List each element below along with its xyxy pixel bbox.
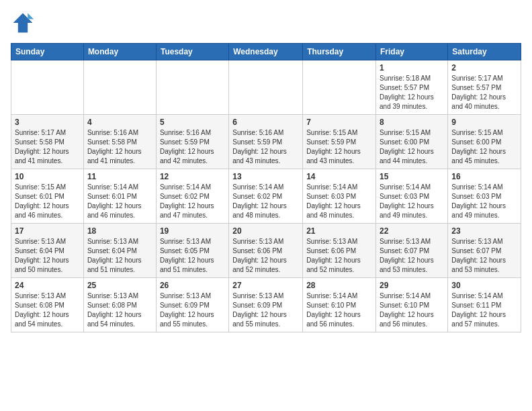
day-info: Sunrise: 5:14 AM Sunset: 6:10 PM Dayligh… xyxy=(306,291,372,329)
calendar-cell: 28Sunrise: 5:14 AM Sunset: 6:10 PM Dayli… xyxy=(303,278,376,332)
day-number: 16 xyxy=(451,172,517,181)
page: SundayMondayTuesdayWednesdayThursdayFrid… xyxy=(0,0,532,343)
calendar-cell: 1Sunrise: 5:18 AM Sunset: 5:57 PM Daylig… xyxy=(376,60,448,115)
day-number: 30 xyxy=(451,281,517,290)
weekday-header-cell: Tuesday xyxy=(156,44,228,60)
day-number: 7 xyxy=(306,118,372,127)
calendar-cell: 25Sunrise: 5:13 AM Sunset: 6:08 PM Dayli… xyxy=(83,278,156,332)
calendar-cell: 20Sunrise: 5:13 AM Sunset: 6:06 PM Dayli… xyxy=(229,224,303,278)
calendar-cell: 21Sunrise: 5:13 AM Sunset: 6:06 PM Dayli… xyxy=(303,224,376,278)
day-info: Sunrise: 5:17 AM Sunset: 5:57 PM Dayligh… xyxy=(451,74,517,111)
day-number: 1 xyxy=(380,63,444,73)
calendar-cell xyxy=(156,60,228,115)
logo-icon xyxy=(11,11,35,35)
day-info: Sunrise: 5:14 AM Sunset: 6:02 PM Dayligh… xyxy=(232,183,299,220)
day-info: Sunrise: 5:15 AM Sunset: 6:00 PM Dayligh… xyxy=(451,128,517,166)
weekday-header-cell: Monday xyxy=(83,44,156,60)
day-number: 12 xyxy=(160,172,225,181)
day-info: Sunrise: 5:17 AM Sunset: 5:58 PM Dayligh… xyxy=(15,128,80,166)
calendar-cell: 30Sunrise: 5:14 AM Sunset: 6:11 PM Dayli… xyxy=(448,278,521,332)
day-info: Sunrise: 5:16 AM Sunset: 5:59 PM Dayligh… xyxy=(160,128,225,166)
calendar-body: 1Sunrise: 5:18 AM Sunset: 5:57 PM Daylig… xyxy=(11,60,521,332)
weekday-header-cell: Sunday xyxy=(11,44,84,60)
calendar-cell: 14Sunrise: 5:14 AM Sunset: 6:03 PM Dayli… xyxy=(303,169,376,224)
calendar-cell: 2Sunrise: 5:17 AM Sunset: 5:57 PM Daylig… xyxy=(448,60,521,115)
weekday-header-row: SundayMondayTuesdayWednesdayThursdayFrid… xyxy=(11,44,521,60)
day-number: 14 xyxy=(306,172,372,181)
day-number: 22 xyxy=(380,226,444,236)
calendar-cell: 23Sunrise: 5:13 AM Sunset: 6:07 PM Dayli… xyxy=(448,224,521,278)
calendar-cell xyxy=(83,60,156,115)
day-number: 2 xyxy=(451,63,517,73)
day-info: Sunrise: 5:13 AM Sunset: 6:06 PM Dayligh… xyxy=(306,237,372,275)
calendar-cell: 22Sunrise: 5:13 AM Sunset: 6:07 PM Dayli… xyxy=(376,224,448,278)
day-info: Sunrise: 5:14 AM Sunset: 6:03 PM Dayligh… xyxy=(306,183,372,220)
calendar-cell: 12Sunrise: 5:14 AM Sunset: 6:02 PM Dayli… xyxy=(156,169,228,224)
day-number: 23 xyxy=(451,226,517,236)
day-info: Sunrise: 5:14 AM Sunset: 6:11 PM Dayligh… xyxy=(451,291,517,329)
day-number: 3 xyxy=(15,118,80,127)
day-number: 18 xyxy=(87,226,152,236)
day-info: Sunrise: 5:13 AM Sunset: 6:09 PM Dayligh… xyxy=(160,291,225,329)
day-number: 10 xyxy=(15,172,80,181)
weekday-header-cell: Friday xyxy=(376,44,448,60)
calendar-cell: 3Sunrise: 5:17 AM Sunset: 5:58 PM Daylig… xyxy=(11,115,84,169)
day-number: 13 xyxy=(232,172,299,181)
day-info: Sunrise: 5:13 AM Sunset: 6:09 PM Dayligh… xyxy=(232,291,299,329)
calendar-week-row: 10Sunrise: 5:15 AM Sunset: 6:01 PM Dayli… xyxy=(11,169,521,224)
calendar-week-row: 1Sunrise: 5:18 AM Sunset: 5:57 PM Daylig… xyxy=(11,60,521,115)
day-info: Sunrise: 5:15 AM Sunset: 6:01 PM Dayligh… xyxy=(15,183,80,220)
calendar-week-row: 24Sunrise: 5:13 AM Sunset: 6:08 PM Dayli… xyxy=(11,278,521,332)
calendar-cell: 13Sunrise: 5:14 AM Sunset: 6:02 PM Dayli… xyxy=(229,169,303,224)
day-info: Sunrise: 5:13 AM Sunset: 6:04 PM Dayligh… xyxy=(87,237,152,275)
weekday-header-cell: Thursday xyxy=(303,44,376,60)
day-number: 5 xyxy=(160,118,225,127)
day-number: 25 xyxy=(87,281,152,290)
calendar-cell: 5Sunrise: 5:16 AM Sunset: 5:59 PM Daylig… xyxy=(156,115,228,169)
calendar-cell: 7Sunrise: 5:15 AM Sunset: 5:59 PM Daylig… xyxy=(303,115,376,169)
calendar-cell: 9Sunrise: 5:15 AM Sunset: 6:00 PM Daylig… xyxy=(448,115,521,169)
calendar-cell: 29Sunrise: 5:14 AM Sunset: 6:10 PM Dayli… xyxy=(376,278,448,332)
calendar-cell: 27Sunrise: 5:13 AM Sunset: 6:09 PM Dayli… xyxy=(229,278,303,332)
calendar-cell: 24Sunrise: 5:13 AM Sunset: 6:08 PM Dayli… xyxy=(11,278,84,332)
day-number: 4 xyxy=(87,118,152,127)
day-info: Sunrise: 5:13 AM Sunset: 6:07 PM Dayligh… xyxy=(451,237,517,275)
day-number: 27 xyxy=(232,281,299,290)
day-info: Sunrise: 5:18 AM Sunset: 5:57 PM Dayligh… xyxy=(380,74,444,111)
day-info: Sunrise: 5:14 AM Sunset: 6:02 PM Dayligh… xyxy=(160,183,225,220)
day-info: Sunrise: 5:15 AM Sunset: 5:59 PM Dayligh… xyxy=(306,128,372,166)
weekday-header-cell: Saturday xyxy=(448,44,521,60)
calendar-cell: 19Sunrise: 5:13 AM Sunset: 6:05 PM Dayli… xyxy=(156,224,228,278)
day-info: Sunrise: 5:14 AM Sunset: 6:03 PM Dayligh… xyxy=(451,183,517,220)
day-info: Sunrise: 5:16 AM Sunset: 5:59 PM Dayligh… xyxy=(232,128,299,166)
day-number: 15 xyxy=(380,172,444,181)
day-number: 24 xyxy=(15,281,80,290)
calendar-week-row: 17Sunrise: 5:13 AM Sunset: 6:04 PM Dayli… xyxy=(11,224,521,278)
day-info: Sunrise: 5:15 AM Sunset: 6:00 PM Dayligh… xyxy=(380,128,444,166)
calendar-cell: 26Sunrise: 5:13 AM Sunset: 6:09 PM Dayli… xyxy=(156,278,228,332)
weekday-header-cell: Wednesday xyxy=(229,44,303,60)
day-number: 20 xyxy=(232,226,299,236)
calendar: SundayMondayTuesdayWednesdayThursdayFrid… xyxy=(11,43,521,332)
calendar-cell: 16Sunrise: 5:14 AM Sunset: 6:03 PM Dayli… xyxy=(448,169,521,224)
day-number: 19 xyxy=(160,226,225,236)
logo xyxy=(11,11,38,35)
day-info: Sunrise: 5:13 AM Sunset: 6:04 PM Dayligh… xyxy=(15,237,80,275)
day-number: 26 xyxy=(160,281,225,290)
day-number: 6 xyxy=(232,118,299,127)
calendar-cell xyxy=(229,60,303,115)
calendar-cell: 8Sunrise: 5:15 AM Sunset: 6:00 PM Daylig… xyxy=(376,115,448,169)
day-number: 17 xyxy=(15,226,80,236)
day-number: 29 xyxy=(380,281,444,290)
calendar-cell: 4Sunrise: 5:16 AM Sunset: 5:58 PM Daylig… xyxy=(83,115,156,169)
calendar-week-row: 3Sunrise: 5:17 AM Sunset: 5:58 PM Daylig… xyxy=(11,115,521,169)
calendar-cell: 15Sunrise: 5:14 AM Sunset: 6:03 PM Dayli… xyxy=(376,169,448,224)
day-number: 8 xyxy=(380,118,444,127)
day-number: 9 xyxy=(451,118,517,127)
day-number: 11 xyxy=(87,172,152,181)
day-info: Sunrise: 5:13 AM Sunset: 6:08 PM Dayligh… xyxy=(15,291,80,329)
day-number: 28 xyxy=(306,281,372,290)
day-info: Sunrise: 5:13 AM Sunset: 6:06 PM Dayligh… xyxy=(232,237,299,275)
day-info: Sunrise: 5:13 AM Sunset: 6:07 PM Dayligh… xyxy=(380,237,444,275)
day-info: Sunrise: 5:14 AM Sunset: 6:03 PM Dayligh… xyxy=(380,183,444,220)
